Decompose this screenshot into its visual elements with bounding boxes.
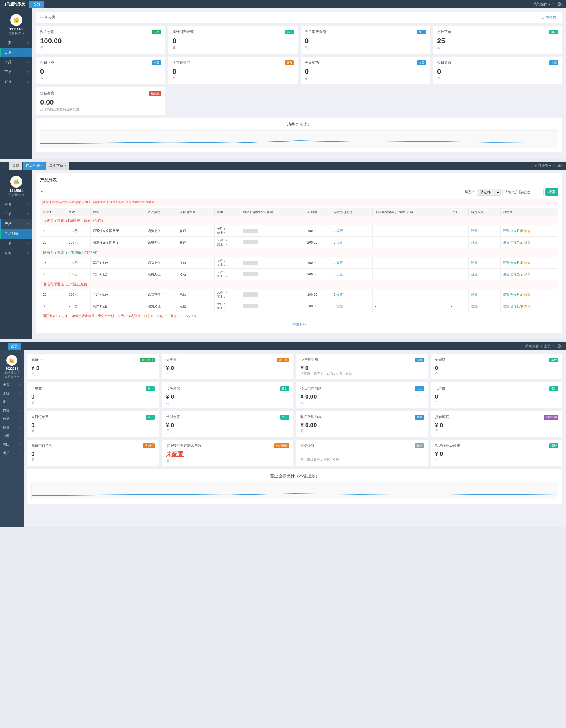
custom-name-link-27[interactable]: 设置 [471,261,478,264]
sidebar2-daily[interactable]: 日单 < [0,209,32,219]
admin-logout[interactable]: ↪ 退出 [553,344,564,349]
custom-name-link-29[interactable]: 设置 [471,293,478,296]
section-divider-2 [0,339,566,342]
edit-display-30[interactable]: 修改 [524,304,531,308]
panel2-nav-next-left[interactable]: › [6,164,7,168]
admin-sidebar-system[interactable]: 系统 < [0,389,24,397]
set-float-28[interactable]: 设置 [336,272,343,277]
edit-display-28[interactable]: 修改 [524,272,531,276]
sidebar2-product-list[interactable]: 产品列表 [0,229,32,239]
admin-stat-today-revenue: 今日营业额 今天 ¥ 0 待充值，充值中，成功，失败，退款 [296,354,428,379]
stat-card-total-orders-unit: 次 [437,46,558,50]
panel2-tab-single-order[interactable]: 单个下单 × [46,162,69,170]
sidebar-item-finance[interactable]: 财务 < [0,77,32,87]
top-nav-close-btn[interactable]: 关闭操作 ▾ [533,2,550,7]
admin-tab-home[interactable]: 首页 [8,343,21,350]
set-display-28[interactable]: 设置 [503,272,509,276]
admin-sidebar-main[interactable]: 主页 < [0,380,24,389]
custom-name-link-25[interactable]: 设置 [471,229,478,233]
set-display-29[interactable]: 设置 [503,293,509,296]
search-product-input[interactable] [502,189,544,195]
sidebar2-finance[interactable]: 财务 < [0,248,32,258]
set-float-25[interactable]: 设置 [336,229,343,233]
admin-stat-recharging-orders: 充值中订单数 待处理 0 笔 [27,440,159,466]
admin-sidebar-process[interactable]: 处理 < [0,432,24,440]
admin-stat-recharging-orders-value: 0 [31,451,155,457]
top-nav-home-tab[interactable]: 首页 [29,1,44,8]
sidebar2-products-label: 产品 [4,221,11,226]
set-float-30[interactable]: 设置 [336,304,343,308]
admin-sidebar-users[interactable]: 用户 < [0,397,24,406]
set-display-26[interactable]: 设置 [503,241,509,244]
filter-type-select[interactable]: 请选择 [477,189,501,196]
td-ceil-30: 200.00 [305,300,331,312]
panel2-tab-products[interactable]: 产品列表 × [23,162,46,170]
admin-nav-actions: 关闭操作 ▾ 主页 ↪ 退出 [525,344,564,349]
sidebar-item-products[interactable]: 产品 < [0,57,32,67]
panel2-logout[interactable]: ↪ 退出 [553,163,564,168]
stat-card-total-spend-title: 累计消费金额 [172,29,194,34]
edit-display-27[interactable]: 修改 [524,261,531,264]
set-float-26[interactable]: 设置 [336,240,343,245]
sidebar2-home[interactable]: 主页 < [0,200,32,209]
admin-close-ops[interactable]: 关闭操作 ▾ [525,344,542,349]
custom-name-link-26[interactable]: 设置 [471,241,478,244]
td-pkg-30: 200元 [66,300,91,312]
product-list-toolbar: ↻ 类型： 请选择 搜索 [40,188,558,196]
set-display-30[interactable]: 设置 [503,304,509,308]
custom-name-link-30[interactable]: 设置 [471,304,478,308]
product-table: 产品ID 套餐 描述 产品类型 支持运营商 地区 我的价格(我设单价格) 封顶价… [40,208,558,328]
sidebar2-products[interactable]: 产品 ∨ [0,219,32,229]
top-nav-logout-btn[interactable]: ↪ 退出 [553,2,564,7]
admin-stat-credit-limit-unit: 元 [435,429,559,433]
admin-sidebar-maintenance[interactable]: 维护 < [0,449,24,457]
admin-sidebar-data[interactable]: 数据 < [0,415,24,423]
set-float-29[interactable]: 设置 [336,292,343,297]
set-float-27[interactable]: 设置 [336,261,343,265]
set-display-27[interactable]: 设置 [503,261,509,264]
sidebar-more-panel1[interactable]: 更多操作 ▾ [0,31,32,36]
admin-stat-recharging-badge: 充值额度 [140,358,155,362]
sidebar2-place-order[interactable]: 下单 < [0,239,32,248]
admin-stat-recharging-orders-unit: 笔 [31,457,155,462]
stats-grid-row2: 今日下单 今日 0 单 所有充值中 所有 0 单 [36,57,562,84]
admin-nav-next[interactable]: › [6,344,7,348]
stat-card-balance-badge[interactable]: 充值 [152,30,161,34]
panel2-tab-home[interactable]: 首页 [9,162,22,170]
stat-card-credit: 授信额度 额度设 0.00 允许余额负数数到达的范围 [36,87,165,115]
admin-nav-prev[interactable]: « [2,344,4,348]
product-table-more-link[interactable]: <<更多>> [292,322,306,326]
panel2-nav-prev[interactable]: « [2,164,4,168]
td-myprice-29 [241,289,305,300]
sidebar-item-daily-order[interactable]: 日单 < [0,48,32,57]
set-display-25[interactable]: 设置 [503,229,509,233]
panel2-close-ops[interactable]: 关闭操作 ▾ [534,163,551,168]
admin-stat-client-upgrade-unit: 元 [435,457,559,462]
stat-card-total-spend-badge: 累计 [285,30,294,34]
search-product-button[interactable]: 搜索 [545,188,558,196]
table-row: 27 100元 网厅+混合 话费充值 移动 允许：-禁止：- 100.00 0 … [40,257,558,269]
admin-home-link[interactable]: 主页 [544,344,551,349]
admin-more[interactable]: 更多操作 ▾ [0,374,24,379]
admin-stat-client-upgrade-value: ¥ 0 [435,451,559,457]
td-float-29: 0 设置 [331,289,373,300]
sidebar-item-order[interactable]: 下单 < [0,67,32,77]
show-label-29: 全端显示 [510,293,523,296]
notice-history-link[interactable]: 历史公告» [542,15,558,20]
edit-display-25[interactable]: 修改 [524,229,531,233]
admin-stat-pending-title: 待充值 [166,357,177,362]
sidebar-more-panel2[interactable]: 更多操作 ▾ [0,193,32,197]
admin-sidebar-content[interactable]: 内容 < [0,406,24,415]
edit-display-26[interactable]: 修改 [524,241,531,244]
admin-sidebar-api[interactable]: 接口 < [0,440,24,449]
refresh-button[interactable]: ↻ [40,190,44,195]
edit-display-29[interactable]: 修改 [524,293,531,296]
custom-name-link-28[interactable]: 设置 [471,272,478,276]
admin-stat-member-balance-value: ¥ 0 [166,393,289,400]
admin-stat-today-revenue-unit: 待充值，充值中，成功，失败，退款 [300,372,424,376]
td-ceil-29: 100.00 [305,289,331,300]
td-myprice-28 [241,269,305,280]
sidebar-item-home[interactable]: 主页 < [0,38,32,48]
admin-sidebar-wechat[interactable]: 微信 < [0,423,24,432]
stat-card-credit-badge[interactable]: 额度设 [149,91,161,96]
